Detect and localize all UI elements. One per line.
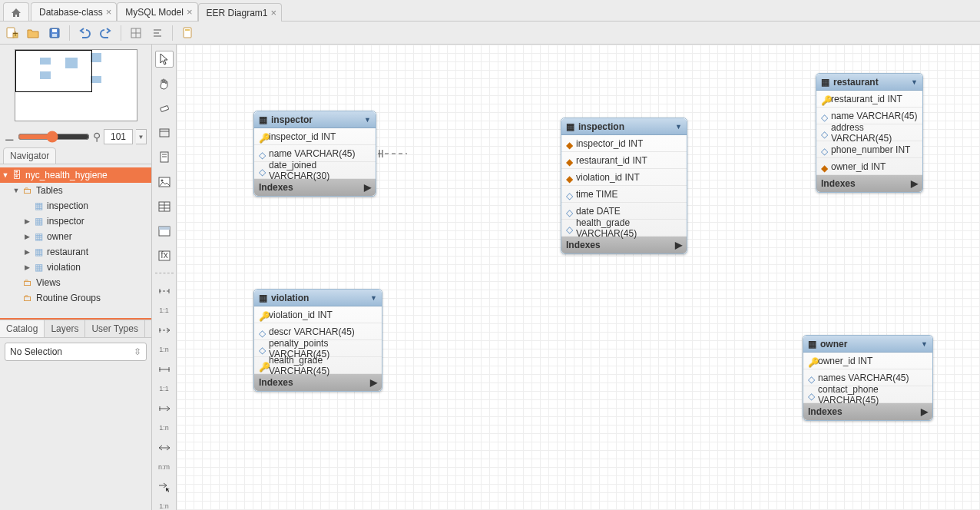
table-tool[interactable]: [155, 198, 174, 215]
open-button[interactable]: [25, 25, 41, 41]
column-row[interactable]: 🔑owner_id INT: [803, 353, 932, 369]
view-tool[interactable]: [155, 223, 174, 240]
tree-tables-node[interactable]: ▼ 🗀 Tables: [0, 183, 151, 198]
column-row[interactable]: 🔑health_grade VARCHAR(45): [254, 357, 382, 374]
hand-tool[interactable]: [155, 75, 174, 92]
zoom-out-icon[interactable]: ⚊: [5, 131, 15, 143]
indexes-section[interactable]: Indexes▶: [561, 237, 687, 253]
tree-views-node[interactable]: ▶🗀Views: [0, 275, 151, 290]
tree-table-owner[interactable]: ▶▦owner: [0, 229, 151, 244]
close-icon[interactable]: ×: [187, 6, 193, 18]
chevron-down-icon[interactable]: ▼: [911, 78, 918, 86]
eraser-tool[interactable]: [155, 100, 174, 117]
indexes-section[interactable]: Indexes▶: [816, 175, 922, 192]
indexes-section[interactable]: Indexes▶: [254, 179, 376, 196]
chevron-right-icon: ▶: [370, 377, 377, 388]
column-row[interactable]: 🔑inspector_id INT: [254, 128, 376, 145]
entity-violation[interactable]: ▦violation▼ 🔑violation_id INT ◇descr VAR…: [253, 289, 382, 392]
column-row[interactable]: ◇health_grade VARCHAR(45): [561, 220, 687, 237]
relation-icon: [157, 366, 171, 373]
export-button[interactable]: [179, 25, 196, 41]
close-icon[interactable]: ×: [106, 6, 112, 18]
entity-header[interactable]: ▦inspector▼: [254, 111, 376, 128]
column-row[interactable]: ◇phone_number INT: [816, 141, 922, 158]
undo-button[interactable]: [76, 25, 93, 41]
column-row[interactable]: ◇time TIME: [561, 186, 687, 203]
tree-table-violation[interactable]: ▶▦violation: [0, 260, 151, 275]
svg-rect-13: [185, 29, 190, 31]
relation-pick-icon: [157, 482, 171, 492]
tab-mysql-model[interactable]: MySQL Model×: [117, 2, 197, 21]
indexes-section[interactable]: Indexes▶: [803, 403, 932, 420]
rel-n-m-tool[interactable]: [155, 439, 174, 456]
column-row[interactable]: ◇contact_phone VARCHAR(45): [803, 386, 932, 403]
entity-header[interactable]: ▦violation▼: [254, 290, 382, 306]
zoom-dropdown[interactable]: ▼: [136, 129, 147, 144]
align-toggle-button[interactable]: [149, 25, 166, 41]
tab-database-class[interactable]: Database-class×: [31, 2, 117, 21]
entity-header[interactable]: ▦restaurant▼: [816, 74, 922, 91]
tree-table-inspector[interactable]: ▶▦inspector: [0, 214, 151, 229]
entity-restaurant[interactable]: ▦restaurant▼ 🔑restaurant_id INT ◇name VA…: [816, 73, 923, 193]
rel-1-1-id-tool[interactable]: [155, 361, 174, 378]
column-row[interactable]: ◆owner_id INT: [816, 158, 922, 175]
new-document-button[interactable]: +: [3, 25, 20, 41]
pointer-tool[interactable]: [155, 51, 174, 68]
zoom-slider[interactable]: [18, 131, 90, 143]
entity-title: inspector: [271, 114, 313, 125]
zoom-value[interactable]: 101: [104, 129, 133, 144]
chevron-down-icon[interactable]: ▼: [364, 116, 371, 124]
tree-table-inspection[interactable]: ▶▦inspection: [0, 198, 151, 214]
relation-icon: [157, 326, 171, 334]
entity-owner[interactable]: ▦owner▼ 🔑owner_id INT ◇names VARCHAR(45)…: [803, 335, 933, 421]
home-tab[interactable]: [3, 2, 29, 21]
zoom-in-icon[interactable]: ⚲: [93, 131, 101, 143]
tab-eer-diagram[interactable]: EER Diagram1×: [198, 3, 283, 22]
routine-tool[interactable]: fx: [155, 247, 174, 264]
entity-inspection[interactable]: ▦inspection▼ ◆inspector_id INT ◆restaura…: [561, 118, 687, 254]
entity-inspector[interactable]: ▦inspector▼ 🔑inspector_id INT ◇name VARC…: [253, 111, 376, 197]
rel-1-1-nonid-tool[interactable]: [155, 283, 174, 300]
column-text: name VARCHAR(45): [831, 111, 917, 121]
rel-1-n-nonid-tool[interactable]: [155, 322, 174, 339]
column-row[interactable]: ◇date_joined VARCHAR(30): [254, 162, 376, 179]
entity-header[interactable]: ▦owner▼: [803, 336, 932, 353]
hand-icon: [158, 78, 171, 90]
entity-header[interactable]: ▦inspection▼: [561, 118, 687, 135]
chevron-down-icon[interactable]: ▼: [921, 340, 928, 348]
diamond-icon: ◆: [566, 174, 572, 181]
column-row[interactable]: ◆restaurant_id INT: [561, 152, 687, 169]
note-tool[interactable]: [155, 149, 174, 166]
subtab-catalog[interactable]: Catalog: [0, 320, 45, 337]
tree-db-node[interactable]: ▼ 🗄 nyc_health_hygiene: [0, 167, 151, 183]
subtab-layers[interactable]: Layers: [45, 320, 85, 337]
tree-label: restaurant: [47, 247, 88, 257]
redo-button[interactable]: [98, 25, 114, 41]
column-row[interactable]: 🔑restaurant_id INT: [816, 91, 922, 108]
rel-1-n-id-tool[interactable]: [155, 400, 174, 417]
image-icon: [158, 177, 171, 187]
close-icon[interactable]: ×: [271, 7, 277, 18]
tool-label: 1:n: [159, 346, 169, 353]
layer-tool[interactable]: [155, 124, 174, 141]
subtab-user-types[interactable]: User Types: [85, 320, 144, 337]
selection-combo[interactable]: No Selection ⇳: [5, 343, 147, 361]
indexes-section[interactable]: Indexes▶: [254, 374, 382, 391]
minimap[interactable]: [15, 49, 137, 121]
tree-table-restaurant[interactable]: ▶▦restaurant: [0, 244, 151, 260]
grid-toggle-button[interactable]: [127, 25, 144, 41]
tree-routines-node[interactable]: ▶🗀Routine Groups: [0, 290, 151, 306]
column-row[interactable]: ◇address VARCHAR(45): [816, 124, 922, 141]
column-row[interactable]: ◆inspector_id INT: [561, 135, 687, 152]
chevron-down-icon[interactable]: ▼: [675, 123, 682, 131]
image-tool[interactable]: [155, 174, 174, 190]
tree-label: inspection: [47, 200, 88, 211]
chevron-down-icon[interactable]: ▼: [370, 294, 377, 302]
diamond-icon: ◇: [566, 207, 572, 215]
save-button[interactable]: [46, 25, 63, 41]
diagram-canvas[interactable]: ▦inspector▼ 🔑inspector_id INT ◇name VARC…: [177, 45, 980, 510]
column-row[interactable]: ◆violation_id INT: [561, 169, 687, 186]
column-text: time TIME: [576, 189, 617, 200]
rel-place-tool[interactable]: [155, 479, 174, 495]
column-row[interactable]: 🔑violation_id INT: [254, 306, 382, 323]
